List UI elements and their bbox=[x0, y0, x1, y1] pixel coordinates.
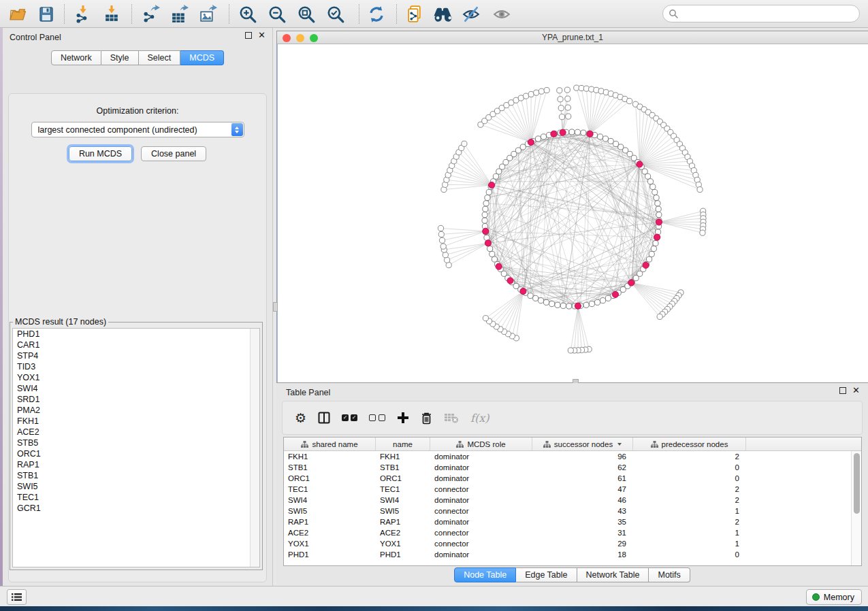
tab-mcds[interactable]: MCDS bbox=[180, 50, 224, 65]
minimize-window-icon[interactable] bbox=[296, 34, 304, 42]
mcds-result-item[interactable]: YOX1 bbox=[13, 372, 259, 383]
table-row[interactable]: FKH1FKH1dominator962 bbox=[284, 451, 851, 462]
table-cell: dominator bbox=[430, 495, 532, 506]
column-header-successor-nodes[interactable]: successor nodes bbox=[532, 437, 633, 450]
show-all-icon[interactable] bbox=[491, 3, 513, 24]
table-row[interactable]: SWI4SWI4dominator462 bbox=[284, 495, 851, 506]
float-panel-icon[interactable] bbox=[245, 32, 252, 39]
export-image-icon[interactable] bbox=[197, 3, 219, 24]
tab-select[interactable]: Select bbox=[139, 50, 181, 65]
mcds-result-item[interactable]: ACE2 bbox=[13, 427, 259, 437]
table-row[interactable]: YOX1YOX1connector291 bbox=[284, 538, 851, 549]
table-row[interactable]: ACE2ACE2connector311 bbox=[284, 527, 851, 538]
column-type-icon bbox=[651, 441, 658, 448]
search-network-icon[interactable] bbox=[431, 3, 457, 24]
table-panel-titlebar: Table Panel ✕ bbox=[276, 383, 868, 401]
criterion-dropdown[interactable]: largest connected component (undirected) bbox=[31, 122, 244, 137]
mcds-result-item[interactable]: ORC1 bbox=[13, 448, 259, 459]
table-scrollbar[interactable] bbox=[851, 451, 861, 565]
mcds-result-item[interactable]: STB1 bbox=[13, 470, 259, 481]
table-body[interactable]: FKH1FKH1dominator962STB1STB1dominator620… bbox=[284, 451, 851, 565]
table-row[interactable]: SWI5SWI5connector431 bbox=[284, 506, 851, 516]
export-network-icon[interactable] bbox=[140, 3, 161, 24]
tab-network-table[interactable]: Network Table bbox=[577, 567, 649, 582]
sort-descending-icon bbox=[617, 443, 622, 446]
export-table-icon[interactable] bbox=[168, 3, 190, 24]
close-window-icon[interactable] bbox=[283, 34, 291, 42]
show-column-pane-icon[interactable] bbox=[318, 410, 330, 426]
memory-button[interactable]: Memory bbox=[806, 589, 862, 605]
table-row[interactable]: ORC1ORC1dominator610 bbox=[284, 473, 851, 484]
mcds-result-item[interactable]: STP4 bbox=[13, 350, 259, 361]
zoom-out-icon[interactable] bbox=[266, 3, 288, 24]
mcds-result-item[interactable]: PHD1 bbox=[13, 329, 259, 340]
delete-column-trash-icon[interactable] bbox=[421, 410, 432, 426]
table-header[interactable]: shared namenameMCDS rolesuccessor nodesp… bbox=[284, 437, 861, 451]
table-row[interactable]: STB1STB1dominator620 bbox=[284, 462, 851, 473]
mcds-result-item[interactable]: PMA2 bbox=[13, 405, 259, 416]
mcds-result-item[interactable]: GCR1 bbox=[13, 503, 259, 514]
maximize-window-icon[interactable] bbox=[310, 34, 318, 42]
column-header-shared-name[interactable]: shared name bbox=[284, 437, 376, 450]
table-panel-title: Table Panel bbox=[286, 388, 330, 397]
float-table-panel-icon[interactable] bbox=[839, 387, 846, 394]
share-document-icon[interactable] bbox=[404, 3, 425, 24]
mcds-result-item[interactable]: CAR1 bbox=[13, 340, 259, 350]
table-row[interactable]: PHD1PHD1dominator180 bbox=[284, 549, 851, 560]
import-network-icon[interactable] bbox=[72, 3, 94, 24]
task-history-button[interactable] bbox=[7, 589, 27, 605]
open-session-icon[interactable] bbox=[7, 3, 29, 24]
mcds-result-item[interactable]: SWI4 bbox=[13, 383, 259, 394]
splitter-handle-vertical[interactable] bbox=[273, 302, 278, 312]
column-header-name[interactable]: name bbox=[376, 437, 430, 450]
table-cell: ORC1 bbox=[284, 473, 376, 484]
mcds-result-item[interactable]: SWI5 bbox=[13, 481, 259, 492]
scrollbar-thumb[interactable] bbox=[854, 453, 860, 514]
hide-selected-icon[interactable] bbox=[460, 3, 482, 24]
table-toolbar: ⚙ ✓✓ f(x) bbox=[282, 401, 863, 435]
deselect-all-icon[interactable] bbox=[369, 410, 385, 426]
tab-network[interactable]: Network bbox=[51, 50, 101, 65]
close-panel-button[interactable]: Close panel bbox=[141, 146, 206, 161]
import-table-icon[interactable] bbox=[101, 3, 123, 24]
mcds-result-item[interactable]: STB5 bbox=[13, 437, 259, 448]
zoom-selected-icon[interactable] bbox=[325, 3, 347, 24]
zoom-in-icon[interactable] bbox=[237, 3, 259, 24]
desktop-wallpaper bbox=[0, 606, 868, 611]
mcds-result-item[interactable]: FKH1 bbox=[13, 416, 259, 427]
search-field[interactable] bbox=[681, 9, 859, 18]
toolbar-separator bbox=[396, 4, 397, 24]
network-titlebar[interactable]: YPA_prune.txt_1 bbox=[277, 31, 868, 44]
tab-edge-table[interactable]: Edge Table bbox=[516, 567, 577, 582]
tab-style[interactable]: Style bbox=[101, 50, 139, 65]
table-row[interactable]: RAP1RAP1dominator352 bbox=[284, 516, 851, 527]
run-mcds-button[interactable]: Run MCDS bbox=[69, 146, 132, 161]
tab-node-table[interactable]: Node Table bbox=[454, 567, 516, 582]
save-session-icon[interactable] bbox=[35, 3, 57, 24]
table-cell: dominator bbox=[430, 462, 532, 473]
mcds-result-item[interactable]: TEC1 bbox=[13, 492, 259, 503]
close-panel-icon[interactable]: ✕ bbox=[258, 32, 266, 39]
network-canvas[interactable] bbox=[277, 44, 868, 382]
zoom-fit-icon[interactable] bbox=[295, 3, 317, 24]
select-all-icon[interactable]: ✓✓ bbox=[342, 410, 357, 426]
tab-motifs[interactable]: Motifs bbox=[649, 567, 690, 582]
table-cell: dominator bbox=[430, 516, 532, 527]
search-input[interactable] bbox=[662, 5, 860, 22]
table-cell: 1 bbox=[633, 506, 746, 516]
mcds-result-item[interactable]: TID3 bbox=[13, 361, 259, 372]
refresh-icon[interactable] bbox=[366, 3, 387, 24]
add-column-icon[interactable] bbox=[397, 410, 409, 426]
mcds-result-group: MCDS result (17 nodes) PHD1CAR1STP4TID3Y… bbox=[10, 317, 263, 570]
mcds-result-item[interactable]: RAP1 bbox=[13, 459, 259, 470]
mcds-result-list[interactable]: PHD1CAR1STP4TID3YOX1SWI4SRD1PMA2FKH1ACE2… bbox=[12, 328, 260, 567]
node-table[interactable]: shared namenameMCDS rolesuccessor nodesp… bbox=[283, 437, 862, 566]
table-settings-gear-icon[interactable]: ⚙ bbox=[295, 410, 306, 426]
close-table-panel-icon[interactable]: ✕ bbox=[852, 387, 860, 394]
column-header-predecessor-nodes[interactable]: predecessor nodes bbox=[633, 437, 746, 450]
column-header-MCDS-role[interactable]: MCDS role bbox=[430, 437, 532, 450]
table-row[interactable]: TEC1TEC1connector472 bbox=[284, 484, 851, 495]
main-toolbar bbox=[0, 0, 868, 28]
list-scrollbar[interactable] bbox=[250, 329, 259, 567]
mcds-result-item[interactable]: SRD1 bbox=[13, 394, 259, 405]
